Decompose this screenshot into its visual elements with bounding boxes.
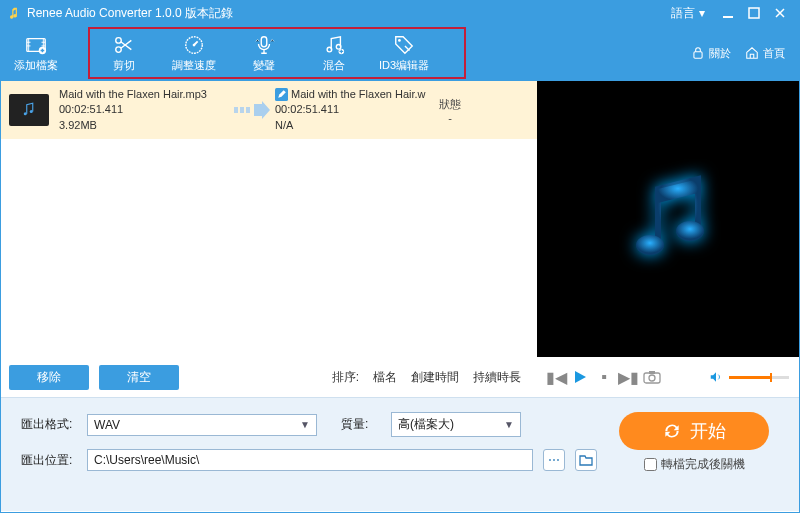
- output-duration: 00:02:51.411: [275, 102, 430, 117]
- language-label: 語言: [671, 5, 695, 22]
- shutdown-checkbox[interactable]: [644, 458, 657, 471]
- chevron-down-icon: ▼: [504, 419, 514, 430]
- filmstrip-plus-icon: [25, 34, 47, 56]
- svg-point-15: [30, 110, 33, 113]
- home-button[interactable]: 首頁: [745, 46, 785, 61]
- tag-edit-icon: [393, 34, 415, 56]
- language-selector[interactable]: 語言 ▾: [671, 5, 705, 22]
- svg-point-20: [636, 235, 664, 255]
- svg-rect-1: [749, 8, 759, 18]
- sort-by-duration[interactable]: 持續時長: [473, 369, 521, 386]
- home-icon: [745, 46, 759, 60]
- maximize-button[interactable]: [741, 3, 767, 23]
- open-folder-button[interactable]: [575, 449, 597, 471]
- chevron-down-icon: ▼: [300, 419, 310, 430]
- sort-by-name[interactable]: 檔名: [373, 369, 397, 386]
- svg-point-7: [193, 43, 196, 46]
- prev-button[interactable]: ▮◀: [547, 368, 565, 386]
- export-location-label: 匯出位置:: [21, 452, 77, 469]
- music-note-icon: [608, 159, 728, 279]
- minimize-button[interactable]: [715, 3, 741, 23]
- cut-button[interactable]: 剪切: [89, 29, 159, 77]
- microphone-icon: [253, 34, 275, 56]
- speedometer-icon: [183, 34, 205, 56]
- output-filename: Maid with the Flaxen Hair.w: [291, 87, 426, 102]
- svg-point-12: [398, 39, 401, 42]
- svg-point-14: [24, 112, 27, 115]
- volume-slider[interactable]: [729, 376, 789, 379]
- source-duration: 00:02:51.411: [59, 102, 229, 117]
- preview-pane: [537, 81, 799, 357]
- file-list[interactable]: Maid with the Flaxen Hair.mp3 00:02:51.4…: [1, 81, 537, 357]
- music-plus-icon: [323, 34, 345, 56]
- export-format-label: 匯出格式:: [21, 416, 77, 433]
- svg-rect-0: [723, 16, 733, 18]
- svg-point-21: [676, 221, 704, 241]
- output-size: N/A: [275, 118, 430, 133]
- file-row[interactable]: Maid with the Flaxen Hair.mp3 00:02:51.4…: [1, 81, 537, 139]
- clear-button[interactable]: 清空: [99, 365, 179, 390]
- svg-rect-24: [649, 371, 655, 374]
- quality-label: 質量:: [341, 416, 381, 433]
- start-button[interactable]: 开始: [619, 412, 769, 450]
- svg-rect-16: [234, 107, 238, 113]
- quality-select[interactable]: 高(檔案大) ▼: [391, 412, 521, 437]
- svg-point-23: [649, 375, 655, 381]
- remove-button[interactable]: 移除: [9, 365, 89, 390]
- browse-folder-button[interactable]: ⋯: [543, 449, 565, 471]
- export-format-select[interactable]: WAV ▼: [87, 414, 317, 436]
- change-voice-button[interactable]: 變聲: [229, 29, 299, 77]
- snapshot-button[interactable]: [643, 368, 661, 386]
- edit-icon[interactable]: [275, 88, 288, 101]
- svg-rect-13: [694, 52, 702, 58]
- export-location-input[interactable]: C:\Users\ree\Music\: [87, 449, 533, 471]
- app-logo-icon: [7, 6, 21, 20]
- id3-editor-button[interactable]: ID3编辑器: [369, 29, 439, 77]
- adjust-speed-button[interactable]: 調整速度: [159, 29, 229, 77]
- play-button[interactable]: [571, 368, 589, 386]
- sort-label: 排序:: [332, 369, 359, 386]
- volume-icon[interactable]: [709, 370, 723, 384]
- close-button[interactable]: [767, 3, 793, 23]
- mix-button[interactable]: 混合: [299, 29, 369, 77]
- refresh-icon: [662, 421, 682, 441]
- about-button[interactable]: 關於: [691, 46, 731, 61]
- status-value: -: [430, 112, 470, 124]
- svg-rect-8: [261, 36, 267, 46]
- add-file-button[interactable]: 添加檔案: [1, 29, 71, 77]
- scissors-icon: [113, 34, 135, 56]
- sort-by-created[interactable]: 創建時間: [411, 369, 459, 386]
- next-button[interactable]: ▶▮: [619, 368, 637, 386]
- status-header: 狀態: [430, 97, 470, 112]
- chevron-down-icon: ▾: [699, 6, 705, 20]
- source-filename: Maid with the Flaxen Hair.mp3: [59, 87, 229, 102]
- stop-button[interactable]: ▪: [595, 368, 613, 386]
- svg-point-10: [336, 44, 341, 49]
- convert-arrow-icon: [229, 100, 275, 120]
- svg-rect-18: [246, 107, 250, 113]
- file-thumbnail: [9, 94, 49, 126]
- app-title: Renee Audio Converter 1.0.0 版本記錄: [27, 5, 671, 22]
- lock-icon: [691, 46, 705, 60]
- svg-point-9: [327, 47, 332, 52]
- shutdown-checkbox-row[interactable]: 轉檔完成後關機: [644, 456, 745, 473]
- source-filesize: 3.92MB: [59, 118, 229, 133]
- svg-rect-17: [240, 107, 244, 113]
